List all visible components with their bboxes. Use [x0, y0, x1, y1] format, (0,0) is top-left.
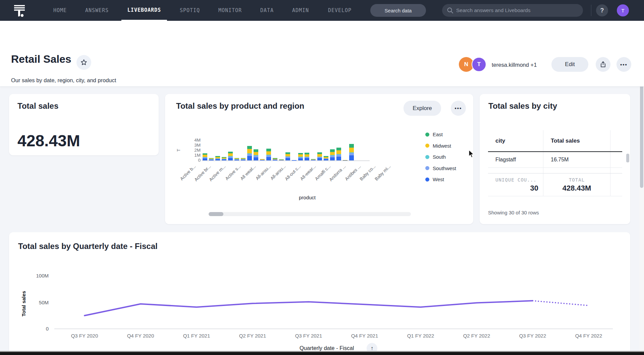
bar-stack[interactable]: [234, 158, 239, 160]
summary-value-total: 428.43M: [562, 184, 591, 193]
chart-card-product-region[interactable]: Total sales by product and region Explor…: [165, 94, 473, 224]
share-button[interactable]: [596, 57, 610, 72]
bar-stack[interactable]: [266, 149, 271, 160]
star-icon: [80, 59, 88, 66]
bar-stack[interactable]: [305, 153, 309, 160]
legend-item-east[interactable]: East: [425, 129, 456, 140]
bar-stack[interactable]: [292, 160, 297, 160]
column-header-total-sales[interactable]: Total sales: [543, 130, 610, 151]
bar-segment-west: [203, 158, 207, 160]
bar-stack[interactable]: [241, 158, 246, 160]
legend-dot-icon: [425, 155, 429, 159]
ellipsis-icon: •••: [620, 62, 628, 67]
table-row[interactable]: Flagstaff 16.75M: [488, 152, 622, 168]
bar-stack[interactable]: [285, 152, 290, 160]
bar-segment-west: [266, 157, 271, 160]
nav-item-answers[interactable]: ANSWERS: [79, 0, 115, 21]
legend-label: South: [433, 154, 446, 160]
nav-item-data[interactable]: DATA: [254, 0, 280, 21]
search-icon: [447, 7, 453, 14]
bar-segment-midwest: [254, 152, 258, 155]
legend-item-west[interactable]: West: [425, 174, 456, 185]
bar-segment-west: [330, 157, 335, 160]
bar-stack[interactable]: [222, 157, 226, 160]
legend-item-south[interactable]: South: [425, 151, 456, 163]
bar-stack[interactable]: [324, 156, 328, 160]
x-tick-label: Q4 FY 2022: [562, 333, 615, 339]
bar-segment-west: [222, 159, 226, 160]
nav-item-monitor[interactable]: MONITOR: [212, 0, 248, 21]
bar-stack[interactable]: [260, 159, 265, 160]
y-tick-label: 0: [180, 158, 201, 163]
bar-stack[interactable]: [215, 156, 220, 160]
bar-stack[interactable]: [330, 149, 335, 160]
table-row-partial: [488, 168, 622, 173]
bar-segment-east: [330, 149, 335, 152]
bar-stack[interactable]: [317, 152, 322, 160]
legend-label: Midwest: [433, 143, 451, 149]
cell-city: Flagstaff: [488, 152, 543, 167]
nav-divider: [591, 5, 591, 16]
bar-stack[interactable]: [279, 159, 284, 160]
bar-segment-west: [215, 159, 220, 160]
cell-total-sales: 16.75M: [543, 152, 610, 167]
thoughtspot-logo-icon[interactable]: [13, 3, 28, 18]
bar-stack[interactable]: [273, 158, 277, 160]
bar-segment-west: [228, 158, 233, 160]
bar-stack[interactable]: [247, 146, 252, 160]
share-icon: [599, 61, 607, 68]
bar-segment-midwest: [349, 148, 354, 152]
nav-item-home[interactable]: HOME: [47, 0, 73, 21]
favorite-button[interactable]: [76, 55, 91, 70]
bar-stack[interactable]: [343, 160, 347, 160]
y-tick-label: 0: [22, 326, 49, 332]
nav-item-develop[interactable]: DEVELOP: [322, 0, 358, 21]
search-data-button[interactable]: Search data: [370, 4, 426, 17]
table-card-city[interactable]: Total sales by city city Total sales Fla…: [480, 94, 630, 224]
x-tick-label: Q2 FY 2021: [226, 333, 279, 339]
chart-card-quarterly[interactable]: Total sales by Quarterly date - Fiscal T…: [9, 232, 630, 355]
x-axis-line: [202, 160, 370, 161]
chart-hscrollbar-track[interactable]: [209, 212, 411, 216]
bar-segment-west: [279, 160, 284, 160]
bar-segment-east: [254, 149, 258, 152]
table-card-title: Total sales by city: [488, 101, 557, 111]
nav-item-spotiq[interactable]: SPOTIQ: [174, 0, 206, 21]
column-header-city[interactable]: city: [488, 130, 543, 151]
more-options-button[interactable]: •••: [616, 57, 631, 72]
bar-segment-west: [209, 160, 214, 160]
bar-segment-midwest: [247, 149, 252, 153]
bar-stack[interactable]: [203, 153, 207, 160]
nav-item-admin[interactable]: ADMIN: [286, 0, 315, 21]
bar-segment-east: [266, 149, 271, 151]
bar-stack[interactable]: [209, 158, 214, 160]
bar-segment-southwest: [349, 153, 354, 155]
owner-label: teresa.killmond +1: [492, 62, 537, 68]
chart-legend: EastMidwestSouthSouthwestWest: [425, 129, 456, 185]
help-button[interactable]: ?: [596, 4, 608, 16]
user-avatar[interactable]: T: [617, 4, 629, 16]
kpi-card-total-sales[interactable]: Total sales 428.43M: [9, 94, 159, 155]
edit-button[interactable]: Edit: [551, 57, 588, 72]
bar-stack[interactable]: [228, 152, 233, 160]
bar-stack[interactable]: [254, 149, 258, 160]
bar-segment-midwest: [317, 154, 322, 156]
author-avatar[interactable]: T: [472, 57, 486, 72]
bar-stack[interactable]: [349, 144, 354, 160]
bar-stack[interactable]: [311, 159, 316, 160]
legend-item-southwest[interactable]: Southwest: [425, 163, 456, 174]
chart-hscrollbar-thumb[interactable]: [209, 212, 223, 216]
legend-item-midwest[interactable]: Midwest: [425, 140, 456, 152]
line-chart-plot: [9, 232, 630, 343]
nav-item-liveboards[interactable]: LIVEBOARDS: [121, 0, 167, 21]
city-table: city Total sales Flagstaff 16.75M UNIQUE…: [488, 130, 622, 196]
x-tick-label: Q3 FY 2020: [58, 333, 111, 339]
bar-stack[interactable]: [336, 148, 341, 160]
mouse-cursor: [468, 150, 476, 159]
bar-stack[interactable]: [298, 153, 303, 160]
bar-segment-west: [317, 158, 322, 160]
search-input[interactable]: [442, 4, 583, 17]
legend-label: West: [433, 176, 444, 182]
y-tick-label: 2M: [180, 148, 201, 153]
table-vscrollbar-thumb[interactable]: [626, 154, 629, 162]
